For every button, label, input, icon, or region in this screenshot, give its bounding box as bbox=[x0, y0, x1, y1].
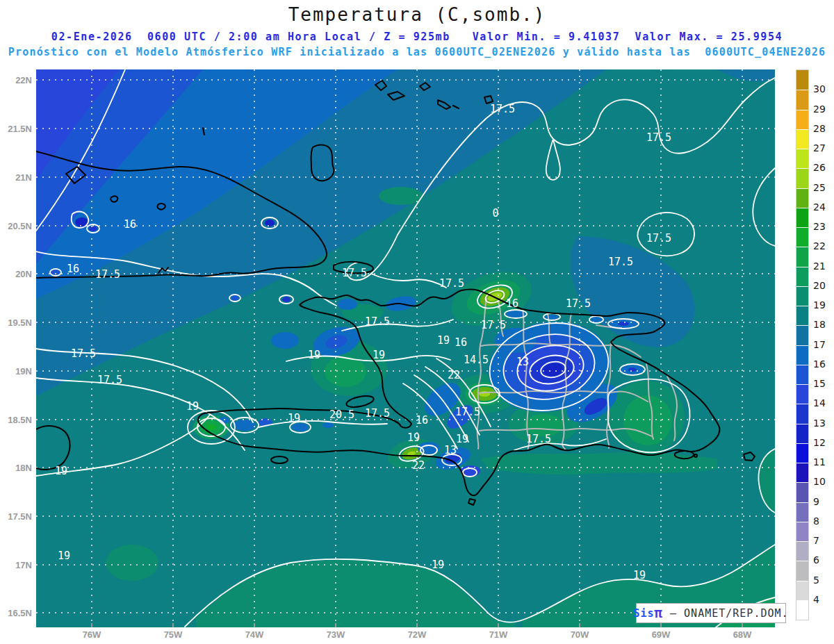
lon-tick-mark bbox=[91, 623, 92, 627]
colorbar-segment bbox=[796, 90, 808, 109]
colorbar-segment bbox=[796, 463, 808, 482]
colorbar-tick-label: 13 bbox=[813, 418, 834, 429]
lon-label: 76W bbox=[76, 629, 107, 640]
contour-value-label: 17.5 bbox=[566, 297, 591, 310]
contour-value-label: 16 bbox=[506, 297, 518, 310]
contour-value-label: 17.5 bbox=[455, 406, 480, 418]
contour-value-label: 17.5 bbox=[71, 347, 96, 360]
contour-value-label: 19 bbox=[373, 349, 385, 361]
colorbar-segment bbox=[796, 424, 808, 443]
lon-label: 68W bbox=[727, 629, 758, 640]
colorbar-tick-label: 11 bbox=[813, 456, 834, 468]
contour-value-label: 13 bbox=[444, 444, 457, 456]
colorbar-tick-label: 24 bbox=[813, 201, 834, 213]
lat-label: 19N bbox=[0, 366, 32, 377]
contour-value-label: 16 bbox=[455, 336, 467, 349]
weather-map-product: Temperatura (C,somb.) 02-Ene-2026 0600 U… bbox=[0, 0, 834, 644]
branding-dash: – bbox=[663, 607, 684, 620]
colorbar-segment bbox=[796, 502, 808, 522]
contour-value-label: 22 bbox=[448, 369, 460, 381]
map-canvas: 17.517.517.517.517.517.517.517.517.517.5… bbox=[36, 69, 775, 627]
colorbar-segment bbox=[796, 70, 808, 90]
contour-value-label: 19 bbox=[186, 400, 199, 413]
contour-value-label: 19 bbox=[456, 433, 468, 445]
lon-tick-mark bbox=[172, 623, 174, 627]
lon-label: 69W bbox=[646, 629, 676, 640]
contour-value-label: 16 bbox=[416, 414, 428, 427]
lon-tick-mark bbox=[498, 623, 499, 627]
colorbar-tick-label: 18 bbox=[813, 319, 834, 330]
colorbar-tick-label: 26 bbox=[813, 162, 834, 173]
colorbar-tick-label: 12 bbox=[813, 437, 834, 448]
contour-value-label: 13 bbox=[516, 356, 529, 368]
contour-value-label: 17.5 bbox=[342, 267, 367, 279]
colorbar bbox=[796, 69, 809, 620]
lon-tick-mark bbox=[579, 623, 580, 627]
contour-value-label: 22 bbox=[412, 459, 425, 472]
contour-value-label: 14.5 bbox=[464, 354, 489, 366]
colorbar-tick-label: 30 bbox=[813, 83, 834, 94]
branding-box: Sisπ – ONAMET/REP.DOM. bbox=[636, 603, 786, 623]
contour-value-label: 19 bbox=[55, 465, 67, 477]
colorbar-tick-label: 7 bbox=[813, 535, 834, 546]
contour-value-label: 19 bbox=[633, 569, 646, 581]
colorbar-tick-label: 28 bbox=[813, 123, 834, 134]
lon-tick-mark bbox=[254, 623, 255, 627]
lat-label: 16.5N bbox=[0, 608, 32, 618]
colorbar-tick-label: 23 bbox=[813, 221, 834, 232]
colorbar-segment bbox=[796, 168, 808, 188]
colorbar-tick-label: 16 bbox=[813, 358, 834, 370]
lon-label: 73W bbox=[320, 629, 351, 640]
lat-label: 17.5N bbox=[0, 511, 32, 522]
lon-tick-mark bbox=[416, 623, 418, 627]
colorbar-segment bbox=[796, 227, 808, 247]
contour-value-label: 17.5 bbox=[97, 374, 122, 386]
colorbar-segment bbox=[796, 286, 808, 306]
contour-value-label: 19 bbox=[432, 559, 444, 571]
colorbar-tick-label: 27 bbox=[813, 142, 834, 154]
colorbar-segment bbox=[796, 188, 808, 208]
colorbar-segment bbox=[796, 247, 808, 266]
contour-value-label: 17.5 bbox=[646, 232, 671, 245]
colorbar-tick-label: 20 bbox=[813, 280, 834, 291]
subtitle-model-info: Pronóstico con el Modelo Atmósferico WRF… bbox=[0, 46, 834, 58]
lon-tick-mark bbox=[742, 623, 743, 627]
lat-label: 20.5N bbox=[0, 221, 32, 231]
contour-value-label: 17.5 bbox=[95, 268, 120, 281]
colorbar-tick-label: 6 bbox=[813, 554, 834, 565]
colorbar-segment bbox=[796, 482, 808, 502]
lon-label: 71W bbox=[483, 629, 514, 640]
colorbar-segment bbox=[796, 561, 808, 580]
lat-label: 21.5N bbox=[0, 124, 32, 134]
colorbar-tick-label: 29 bbox=[813, 104, 834, 115]
lat-label: 22N bbox=[0, 75, 32, 85]
colorbar-tick-label: 14 bbox=[813, 397, 834, 408]
lon-label: 72W bbox=[402, 629, 432, 640]
colorbar-tick-label: 25 bbox=[813, 182, 834, 193]
colorbar-tick-label: 22 bbox=[813, 240, 834, 251]
branding-product-name: Sis bbox=[633, 607, 654, 620]
colorbar-segment bbox=[796, 600, 808, 620]
colorbar-segment bbox=[796, 384, 808, 404]
colorbar-tick-label: 4 bbox=[813, 594, 834, 605]
colorbar-segment bbox=[796, 306, 808, 325]
colorbar-segment bbox=[796, 345, 808, 365]
contour-value-label: 17.5 bbox=[439, 277, 464, 290]
contour-value-label: 17.5 bbox=[365, 407, 390, 420]
contour-value-label: 17.5 bbox=[490, 103, 515, 115]
contour-value-label: 17.5 bbox=[365, 315, 390, 328]
colorbar-tick-label: 17 bbox=[813, 339, 834, 350]
pi-symbol-icon: π bbox=[655, 608, 663, 618]
colorbar-segment bbox=[796, 443, 808, 463]
colorbar-tick-label: 9 bbox=[813, 496, 834, 507]
lon-tick-mark bbox=[335, 623, 336, 627]
contour-value-label: 16 bbox=[124, 218, 136, 231]
colorbar-segment bbox=[796, 325, 808, 345]
colorbar-tick-label: 21 bbox=[813, 261, 834, 272]
contour-value-label: 19 bbox=[58, 550, 70, 562]
sea-temperature-fills bbox=[36, 69, 775, 627]
colorbar-segment bbox=[796, 541, 808, 561]
contour-value-label: 19 bbox=[308, 349, 320, 361]
chart-title: Temperatura (C,somb.) bbox=[0, 4, 834, 25]
lon-tick-mark bbox=[660, 623, 662, 627]
